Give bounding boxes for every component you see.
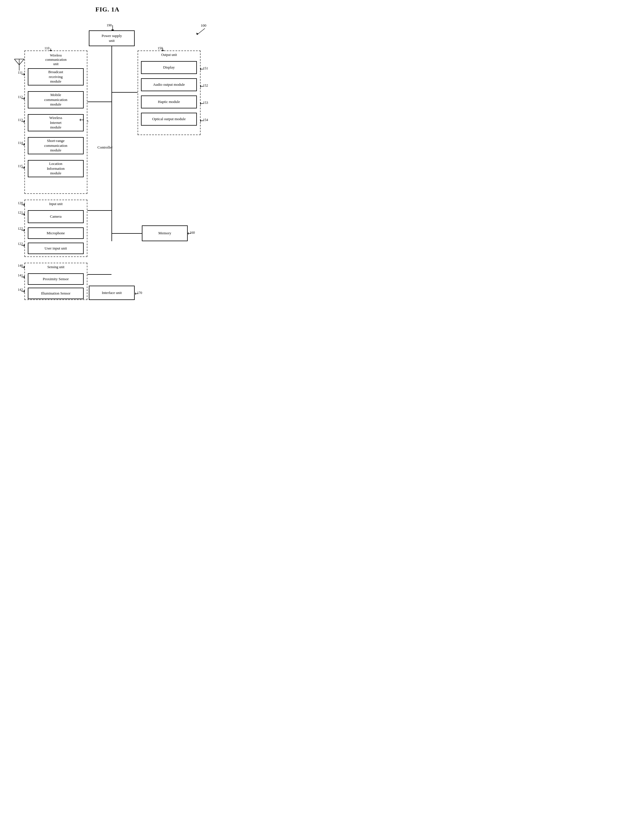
haptic-box: Haptic module (141, 95, 197, 108)
line-controller-output (112, 92, 137, 93)
sensing-unit-box: Sensing unit Proximity Sensor Illuminati… (24, 263, 87, 300)
svg-marker-25 (24, 244, 25, 247)
arrow-120 (22, 203, 25, 206)
input-unit-label: Input unit (25, 202, 87, 206)
svg-marker-19 (24, 203, 25, 206)
arrow-150 (161, 49, 164, 51)
svg-marker-47 (80, 118, 80, 121)
arrow-114 (22, 143, 25, 146)
output-unit-box: Output unit Display Audio output module … (137, 51, 201, 135)
svg-marker-3 (111, 30, 114, 31)
svg-marker-41 (200, 119, 201, 122)
optical-output-label: Optical output module (152, 117, 186, 122)
svg-marker-11 (24, 97, 25, 100)
wireless-comm-box: Wirelesscommunicationunit Broadcastrecei… (24, 51, 87, 194)
short-range-label: Short-rangecommunicationmodule (44, 139, 67, 153)
ref-152: 152 (203, 84, 208, 88)
arrow-122b (22, 244, 25, 247)
location-info-box: LocationInformationmodule (28, 160, 83, 177)
microphone-box: Microphone (28, 227, 83, 239)
svg-marker-43 (188, 232, 189, 235)
arrow-112 (22, 97, 25, 100)
power-supply-label: Power supplyunit (101, 33, 122, 43)
svg-marker-45 (135, 292, 136, 295)
line-proximity-controller (87, 274, 112, 275)
svg-marker-39 (200, 102, 201, 105)
audio-output-box: Audio output module (141, 78, 197, 91)
arrow-153 (200, 102, 203, 105)
wireless-comm-label: Wirelesscommunicationunit (25, 53, 87, 66)
camera-label: Camera (50, 214, 61, 219)
line-camera-controller (87, 210, 112, 211)
broadcast-box: Broadcastreceivingmodule (28, 68, 83, 85)
illumination-label: Illumination Sensor (41, 291, 71, 296)
short-range-box: Short-rangecommunicationmodule (28, 137, 83, 154)
arrow-121 (22, 213, 25, 216)
user-input-box: User input unit (28, 243, 83, 254)
input-unit-box: Input unit Camera Microphone User input … (24, 200, 87, 257)
memory-label: Memory (159, 231, 172, 236)
arrow-151 (200, 68, 203, 71)
antenna-icon (14, 56, 24, 71)
svg-marker-7 (49, 50, 52, 51)
line-controller-memory (112, 233, 142, 234)
proximity-label: Proximity Sensor (43, 277, 69, 282)
mobile-comm-label: Mobilecommunicationmodule (44, 93, 67, 107)
arrow-100 (194, 27, 208, 36)
arrow-152 (200, 85, 203, 88)
arrow-141 (22, 276, 25, 278)
svg-marker-9 (24, 73, 25, 76)
arrow-170 (135, 292, 139, 295)
memory-box: Memory (142, 226, 188, 241)
display-box: Display (141, 61, 197, 74)
page-title: FIG. 1A (6, 6, 209, 13)
line-mobile-controller (87, 101, 112, 102)
power-supply-box: Power supplyunit (89, 30, 135, 46)
svg-marker-23 (24, 229, 25, 232)
arrow-160 (188, 232, 191, 235)
arrow-154 (200, 119, 203, 122)
broadcast-label: Broadcastreceivingmodule (49, 70, 63, 84)
svg-marker-37 (200, 85, 201, 88)
optical-output-box: Optical output module (141, 113, 197, 126)
svg-marker-17 (24, 166, 25, 169)
svg-marker-15 (24, 143, 25, 146)
ref-154: 154 (203, 118, 208, 122)
mobile-comm-box: Mobilecommunicationmodule (28, 91, 83, 108)
ref-153: 153 (203, 101, 208, 105)
display-label: Display (163, 65, 175, 70)
diagram: 100 Power supplyunit 190 Controller 180 … (6, 22, 209, 303)
wireless-internet-box: WirelessInternetmodule (28, 114, 83, 131)
svg-marker-13 (24, 120, 25, 123)
arrow-140 (22, 266, 25, 269)
arrow-110 (49, 49, 52, 51)
illumination-box: Illumination Sensor (28, 287, 83, 299)
svg-marker-29 (24, 276, 25, 278)
controller-label: Controller (98, 145, 113, 150)
output-unit-label: Output unit (138, 53, 200, 57)
haptic-label: Haptic module (158, 99, 180, 104)
location-info-label: LocationInformationmodule (47, 161, 65, 176)
proximity-box: Proximity Sensor (28, 273, 83, 285)
svg-line-0 (198, 28, 205, 34)
arrow-190 (111, 25, 114, 31)
audio-output-label: Audio output module (153, 82, 185, 87)
user-input-label: User input unit (45, 246, 67, 251)
sensing-unit-label: Sensing unit (25, 265, 87, 269)
microphone-label: Microphone (47, 231, 65, 236)
svg-marker-1 (196, 33, 198, 35)
arrow-111 (22, 73, 25, 76)
svg-marker-21 (24, 213, 25, 216)
svg-marker-33 (161, 50, 164, 51)
svg-marker-27 (24, 266, 25, 269)
arrow-113 (22, 120, 25, 123)
svg-marker-35 (200, 68, 201, 71)
interface-unit-box: Interface unit (89, 286, 135, 300)
line-power-controller (112, 46, 112, 241)
arrow-122a (22, 229, 25, 232)
arrow-115 (22, 166, 25, 169)
interface-unit-label: Interface unit (102, 291, 122, 295)
arrow-142 (22, 290, 25, 293)
wireless-internet-label: WirelessInternetmodule (49, 115, 62, 130)
ref-151: 151 (203, 66, 208, 71)
